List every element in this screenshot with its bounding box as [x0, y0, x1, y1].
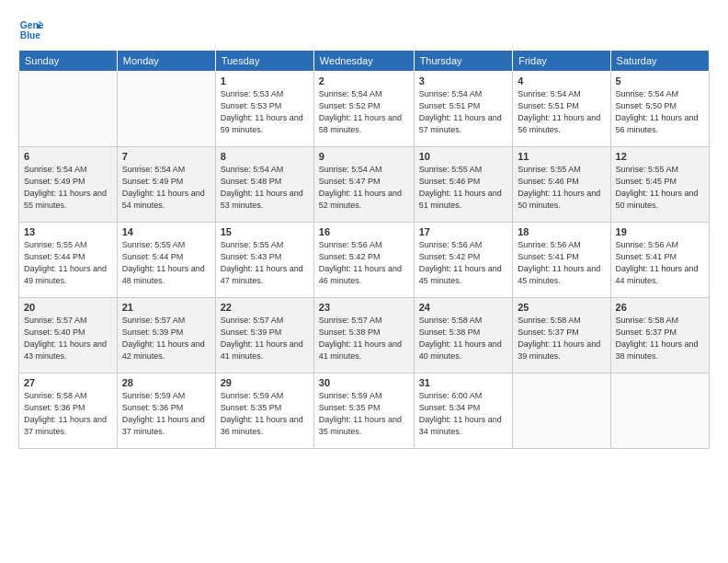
day-number: 25	[518, 302, 605, 313]
day-info: Sunrise: 5:54 AM Sunset: 5:48 PM Dayligh…	[221, 164, 309, 212]
calendar-week-row: 1Sunrise: 5:53 AM Sunset: 5:53 PM Daylig…	[19, 72, 710, 147]
day-number: 5	[616, 75, 704, 86]
calendar-week-row: 6Sunrise: 5:54 AM Sunset: 5:49 PM Daylig…	[19, 147, 710, 223]
calendar-day-cell: 24Sunrise: 5:58 AM Sunset: 5:38 PM Dayli…	[414, 298, 513, 373]
day-info: Sunrise: 5:59 AM Sunset: 5:35 PM Dayligh…	[221, 390, 309, 438]
day-info: Sunrise: 5:57 AM Sunset: 5:39 PM Dayligh…	[221, 315, 309, 362]
day-info: Sunrise: 5:55 AM Sunset: 5:46 PM Dayligh…	[419, 164, 508, 212]
page: General Blue SundayMondayTuesdayWednesda…	[0, 0, 728, 563]
calendar-day-cell: 28Sunrise: 5:59 AM Sunset: 5:36 PM Dayli…	[117, 373, 215, 449]
day-number: 26	[616, 302, 704, 313]
weekday-saturday: Saturday	[610, 51, 709, 72]
calendar-day-cell: 17Sunrise: 5:56 AM Sunset: 5:42 PM Dayli…	[414, 223, 513, 298]
day-info: Sunrise: 5:58 AM Sunset: 5:37 PM Dayligh…	[518, 315, 605, 362]
day-number: 24	[419, 302, 508, 313]
day-info: Sunrise: 5:57 AM Sunset: 5:38 PM Dayligh…	[319, 315, 409, 362]
day-info: Sunrise: 5:58 AM Sunset: 5:38 PM Dayligh…	[419, 315, 508, 362]
calendar-day-cell: 15Sunrise: 5:55 AM Sunset: 5:43 PM Dayli…	[215, 223, 313, 298]
calendar-day-cell	[117, 72, 215, 147]
day-number: 27	[24, 377, 112, 388]
calendar-day-cell: 14Sunrise: 5:55 AM Sunset: 5:44 PM Dayli…	[117, 223, 215, 298]
day-number: 7	[122, 151, 210, 162]
day-number: 29	[221, 377, 309, 388]
day-number: 31	[419, 377, 508, 388]
weekday-header-row: SundayMondayTuesdayWednesdayThursdayFrid…	[19, 51, 710, 72]
day-info: Sunrise: 5:56 AM Sunset: 5:41 PM Dayligh…	[518, 239, 605, 287]
calendar-week-row: 20Sunrise: 5:57 AM Sunset: 5:40 PM Dayli…	[19, 298, 710, 373]
day-info: Sunrise: 5:56 AM Sunset: 5:41 PM Dayligh…	[616, 239, 704, 287]
logo: General Blue	[18, 17, 48, 42]
day-info: Sunrise: 5:55 AM Sunset: 5:43 PM Dayligh…	[221, 239, 309, 287]
calendar-day-cell: 5Sunrise: 5:54 AM Sunset: 5:50 PM Daylig…	[610, 72, 709, 147]
calendar-day-cell: 25Sunrise: 5:58 AM Sunset: 5:37 PM Dayli…	[513, 298, 610, 373]
day-number: 3	[419, 75, 508, 86]
calendar-day-cell: 31Sunrise: 6:00 AM Sunset: 5:34 PM Dayli…	[414, 373, 513, 449]
calendar-day-cell: 26Sunrise: 5:58 AM Sunset: 5:37 PM Dayli…	[610, 298, 709, 373]
day-number: 23	[319, 302, 409, 313]
day-number: 10	[419, 151, 508, 162]
day-info: Sunrise: 5:55 AM Sunset: 5:45 PM Dayligh…	[616, 164, 704, 212]
day-info: Sunrise: 5:54 AM Sunset: 5:49 PM Dayligh…	[24, 164, 112, 212]
weekday-friday: Friday	[513, 51, 610, 72]
calendar-week-row: 13Sunrise: 5:55 AM Sunset: 5:44 PM Dayli…	[19, 223, 710, 298]
calendar-day-cell: 3Sunrise: 5:54 AM Sunset: 5:51 PM Daylig…	[414, 72, 513, 147]
day-info: Sunrise: 5:54 AM Sunset: 5:47 PM Dayligh…	[319, 164, 409, 212]
day-number: 14	[122, 226, 210, 237]
calendar-day-cell: 1Sunrise: 5:53 AM Sunset: 5:53 PM Daylig…	[215, 72, 313, 147]
calendar-day-cell: 16Sunrise: 5:56 AM Sunset: 5:42 PM Dayli…	[313, 223, 414, 298]
header: General Blue	[18, 17, 710, 42]
calendar-day-cell: 22Sunrise: 5:57 AM Sunset: 5:39 PM Dayli…	[215, 298, 313, 373]
day-number: 8	[221, 151, 309, 162]
day-info: Sunrise: 5:55 AM Sunset: 5:44 PM Dayligh…	[122, 239, 210, 287]
svg-text:Blue: Blue	[20, 30, 41, 40]
calendar-day-cell	[513, 373, 610, 449]
day-info: Sunrise: 5:59 AM Sunset: 5:35 PM Dayligh…	[319, 390, 409, 438]
day-info: Sunrise: 5:54 AM Sunset: 5:51 PM Dayligh…	[518, 88, 605, 136]
calendar-day-cell: 8Sunrise: 5:54 AM Sunset: 5:48 PM Daylig…	[215, 147, 313, 223]
day-info: Sunrise: 5:58 AM Sunset: 5:36 PM Dayligh…	[24, 390, 112, 438]
calendar-day-cell: 23Sunrise: 5:57 AM Sunset: 5:38 PM Dayli…	[313, 298, 414, 373]
day-info: Sunrise: 5:56 AM Sunset: 5:42 PM Dayligh…	[419, 239, 508, 287]
day-info: Sunrise: 5:58 AM Sunset: 5:37 PM Dayligh…	[616, 315, 704, 362]
day-number: 11	[518, 151, 605, 162]
calendar-day-cell: 4Sunrise: 5:54 AM Sunset: 5:51 PM Daylig…	[513, 72, 610, 147]
day-info: Sunrise: 5:54 AM Sunset: 5:49 PM Dayligh…	[122, 164, 210, 212]
day-number: 2	[319, 75, 409, 86]
weekday-thursday: Thursday	[414, 51, 513, 72]
calendar-day-cell	[19, 72, 118, 147]
calendar-day-cell: 7Sunrise: 5:54 AM Sunset: 5:49 PM Daylig…	[117, 147, 215, 223]
day-number: 12	[616, 151, 704, 162]
day-info: Sunrise: 5:57 AM Sunset: 5:39 PM Dayligh…	[122, 315, 210, 362]
day-info: Sunrise: 5:57 AM Sunset: 5:40 PM Dayligh…	[24, 315, 112, 362]
day-number: 15	[221, 226, 309, 237]
day-number: 9	[319, 151, 409, 162]
calendar-table: SundayMondayTuesdayWednesdayThursdayFrid…	[18, 50, 710, 449]
day-number: 17	[419, 226, 508, 237]
calendar-day-cell: 21Sunrise: 5:57 AM Sunset: 5:39 PM Dayli…	[117, 298, 215, 373]
calendar-day-cell: 18Sunrise: 5:56 AM Sunset: 5:41 PM Dayli…	[513, 223, 610, 298]
day-number: 16	[319, 226, 409, 237]
day-info: Sunrise: 5:53 AM Sunset: 5:53 PM Dayligh…	[221, 88, 309, 136]
calendar-day-cell: 30Sunrise: 5:59 AM Sunset: 5:35 PM Dayli…	[313, 373, 414, 449]
weekday-tuesday: Tuesday	[215, 51, 313, 72]
calendar-day-cell: 10Sunrise: 5:55 AM Sunset: 5:46 PM Dayli…	[414, 147, 513, 223]
calendar-day-cell: 13Sunrise: 5:55 AM Sunset: 5:44 PM Dayli…	[19, 223, 118, 298]
calendar-day-cell: 29Sunrise: 5:59 AM Sunset: 5:35 PM Dayli…	[215, 373, 313, 449]
day-number: 1	[221, 75, 309, 86]
day-number: 21	[122, 302, 210, 313]
day-info: Sunrise: 5:54 AM Sunset: 5:50 PM Dayligh…	[616, 88, 704, 136]
day-number: 20	[24, 302, 112, 313]
calendar-day-cell: 9Sunrise: 5:54 AM Sunset: 5:47 PM Daylig…	[313, 147, 414, 223]
calendar-day-cell: 20Sunrise: 5:57 AM Sunset: 5:40 PM Dayli…	[19, 298, 118, 373]
day-info: Sunrise: 5:55 AM Sunset: 5:44 PM Dayligh…	[24, 239, 112, 287]
weekday-monday: Monday	[117, 51, 215, 72]
day-info: Sunrise: 5:54 AM Sunset: 5:52 PM Dayligh…	[319, 88, 409, 136]
calendar-day-cell: 12Sunrise: 5:55 AM Sunset: 5:45 PM Dayli…	[610, 147, 709, 223]
calendar-day-cell: 19Sunrise: 5:56 AM Sunset: 5:41 PM Dayli…	[610, 223, 709, 298]
calendar-week-row: 27Sunrise: 5:58 AM Sunset: 5:36 PM Dayli…	[19, 373, 710, 449]
weekday-sunday: Sunday	[19, 51, 118, 72]
day-number: 30	[319, 377, 409, 388]
day-info: Sunrise: 6:00 AM Sunset: 5:34 PM Dayligh…	[419, 390, 508, 438]
day-info: Sunrise: 5:59 AM Sunset: 5:36 PM Dayligh…	[122, 390, 210, 438]
calendar-day-cell	[610, 373, 709, 449]
